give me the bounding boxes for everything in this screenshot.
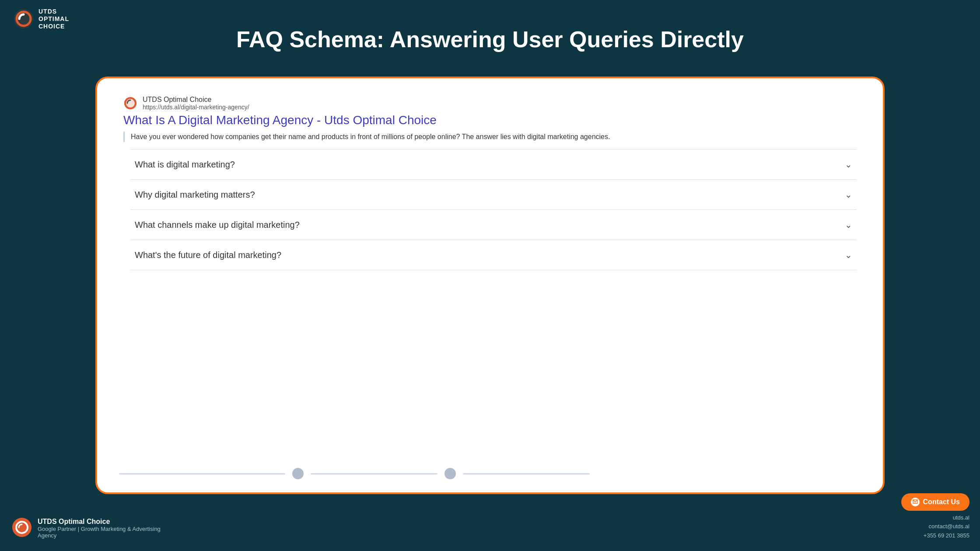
contact-us-label: Contact Us <box>923 498 960 506</box>
nav-dot-2 <box>444 468 456 479</box>
search-result: UTDS Optimal Choice https://utds.al/digi… <box>119 96 861 270</box>
chevron-down-icon-2: ⌄ <box>845 189 852 200</box>
page-link-title[interactable]: What Is A Digital Marketing Agency - Utd… <box>123 113 857 127</box>
faq-item[interactable]: What's the future of digital marketing? … <box>130 240 857 270</box>
faq-list: What is digital marketing? ⌄ Why digital… <box>130 149 857 270</box>
footer-company-sub2: Agency <box>38 532 161 539</box>
site-info: UTDS Optimal Choice https://utds.al/digi… <box>143 96 249 111</box>
footer-logo-icon <box>12 518 32 537</box>
contact-icon <box>911 498 920 506</box>
faq-question-2: Why digital marketing matters? <box>135 190 255 200</box>
chevron-down-icon-3: ⌄ <box>845 220 852 230</box>
faq-item[interactable]: What is digital marketing? ⌄ <box>130 150 857 180</box>
footer-right: Contact Us utds.al contact@utds.al +355 … <box>901 493 970 541</box>
footer-company-name: UTDS Optimal Choice <box>38 518 161 526</box>
logo-line-2: OPTIMAL <box>38 15 69 23</box>
logo-line-1: UTDS <box>38 8 69 15</box>
faq-question-4: What's the future of digital marketing? <box>135 250 281 260</box>
footer-website: utds.al <box>924 513 970 523</box>
faq-item[interactable]: What channels make up digital marketing?… <box>130 210 857 240</box>
footer-links: utds.al contact@utds.al +355 69 201 3855 <box>924 513 970 541</box>
contact-us-button[interactable]: Contact Us <box>901 493 970 511</box>
faq-question-3: What channels make up digital marketing? <box>135 220 300 230</box>
site-name: UTDS Optimal Choice <box>143 96 249 104</box>
nav-line-right <box>463 473 590 474</box>
nav-dot-1 <box>292 468 304 479</box>
footer-company-sub1: Google Partner | Growth Marketing & Adve… <box>38 526 161 532</box>
site-logo-small <box>123 96 137 110</box>
nav-line-mid <box>311 473 438 474</box>
site-header: UTDS Optimal Choice https://utds.al/digi… <box>123 96 857 111</box>
faq-question-1: What is digital marketing? <box>135 160 235 170</box>
footer-phone: +355 69 201 3855 <box>924 531 970 541</box>
footer-email: contact@utds.al <box>924 522 970 531</box>
svg-point-2 <box>16 522 28 533</box>
footer-company-info: UTDS Optimal Choice Google Partner | Gro… <box>38 518 161 539</box>
site-url: https://utds.al/digital-marketing-agency… <box>143 104 249 111</box>
chevron-down-icon-1: ⌄ <box>845 159 852 170</box>
page-title: FAQ Schema: Answering User Queries Direc… <box>0 26 980 52</box>
faq-item[interactable]: Why digital marketing matters? ⌄ <box>130 180 857 210</box>
nav-line-left <box>119 473 285 474</box>
card-bottom-nav <box>119 468 861 479</box>
chevron-down-icon-4: ⌄ <box>845 250 852 260</box>
main-card: UTDS Optimal Choice https://utds.al/digi… <box>95 77 885 494</box>
page-description: Have you ever wondered how companies get… <box>123 132 857 142</box>
footer-left: UTDS Optimal Choice Google Partner | Gro… <box>12 518 161 539</box>
